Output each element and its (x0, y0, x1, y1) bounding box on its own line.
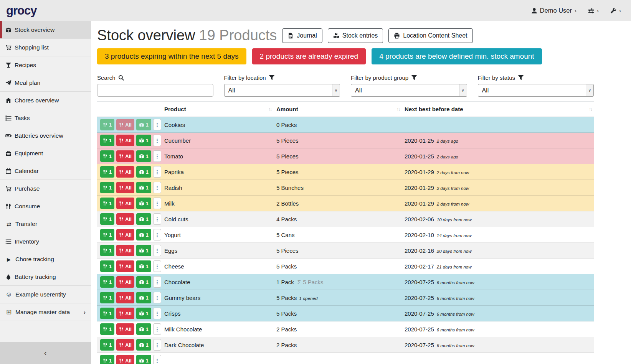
consume-one-button[interactable]: 1 (100, 276, 114, 288)
table-row[interactable]: 1 All 1 ⋮ Milk 2 Bottles 2020-01-292 day… (97, 196, 594, 211)
sidebar-item-manage-master-data[interactable]: ⊞ Manage master data › (0, 303, 91, 321)
sidebar-item-example-userentity[interactable]: ☺ Example userentity (0, 286, 91, 303)
consume-all-button[interactable]: All (116, 182, 134, 193)
row-menu-button[interactable]: ⋮ (153, 166, 161, 178)
row-menu-button[interactable]: ⋮ (153, 355, 161, 364)
sidebar-item-chores-overview[interactable]: Chores overview (0, 92, 91, 109)
open-product-button[interactable]: 1 (136, 182, 151, 193)
stock-entries-button[interactable]: Stock entries (328, 28, 383, 43)
table-row[interactable]: 1 All 1 ⋮ Tomato 5 Pieces 2020-01-252 da… (97, 148, 594, 164)
below-min-stock-alert[interactable]: 4 products are below defined min. stock … (372, 48, 542, 64)
location-content-sheet-button[interactable]: Location Content Sheet (388, 28, 472, 43)
sidebar-item-inventory[interactable]: Inventory (0, 233, 91, 250)
table-row[interactable]: 1 All 1 ⋮ Milk Chocolate 2 Packs 2020-07… (97, 321, 594, 337)
row-menu-button[interactable]: ⋮ (153, 119, 161, 130)
sidebar-item-transfer[interactable]: ⇄ Transfer (0, 215, 91, 233)
sidebar-item-shopping-list[interactable]: Shopping list (0, 39, 91, 56)
table-row[interactable]: 1 All 1 ⋮ Dark Chocolate 2 Packs 2020-07… (97, 337, 594, 353)
consume-one-button[interactable]: 1 (100, 150, 114, 162)
user-menu[interactable]: Demo User › (531, 7, 576, 14)
row-menu-button[interactable]: ⋮ (153, 308, 161, 319)
product-column-header[interactable]: Product↑↓ (161, 102, 273, 117)
row-menu-button[interactable]: ⋮ (153, 182, 161, 193)
open-product-button[interactable]: 1 (136, 119, 151, 130)
consume-one-button[interactable]: 1 (100, 245, 114, 256)
table-row[interactable]: 1 All 1 ⋮ Eggs 5 Pieces 2020-02-1620 day… (97, 243, 594, 259)
row-menu-button[interactable]: ⋮ (153, 339, 161, 351)
sidebar-item-calendar[interactable]: Calendar (0, 162, 91, 180)
table-row[interactable]: 1 All 1 ⋮ Crisps 5 Packs 2020-07-256 mon… (97, 306, 594, 321)
consume-all-button[interactable]: All (116, 150, 134, 162)
sidebar-collapse-button[interactable]: ‹ (0, 342, 91, 364)
sidebar-item-stock-overview[interactable]: Stock overview (0, 21, 91, 39)
location-select[interactable]: All ∨ (224, 84, 340, 97)
row-menu-button[interactable]: ⋮ (153, 213, 161, 225)
table-row[interactable]: 1 All 1 ⋮ Paprika 5 Pieces 2020-01-292 d… (97, 164, 594, 180)
expired-alert[interactable]: 2 products are already expired (252, 48, 366, 64)
app-logo[interactable]: grocy (6, 4, 36, 18)
date-column-header[interactable]: Next best before date↑↓ (401, 102, 594, 117)
sidebar-item-recipes[interactable]: Recipes (0, 56, 91, 74)
consume-one-button[interactable]: 1 (100, 135, 114, 146)
open-product-button[interactable]: 1 (136, 260, 151, 272)
sidebar-item-consume[interactable]: Consume (0, 198, 91, 215)
sidebar-item-chore-tracking[interactable]: ▶ Chore tracking (0, 250, 91, 268)
open-product-button[interactable]: 1 (136, 198, 151, 209)
consume-all-button[interactable]: All (116, 213, 134, 225)
open-product-button[interactable]: 1 (136, 135, 151, 146)
sidebar-item-equipment[interactable]: Equipment (0, 145, 91, 162)
open-product-button[interactable]: 1 (136, 166, 151, 178)
consume-one-button[interactable]: 1 (100, 198, 114, 209)
consume-all-button[interactable]: All (116, 276, 134, 288)
table-row[interactable]: 1 All 1 ⋮ Yogurt 5 Cans 2020-02-1014 day… (97, 227, 594, 243)
open-product-button[interactable]: 1 (136, 292, 151, 303)
consume-one-button[interactable]: 1 (100, 119, 114, 130)
consume-all-button[interactable]: All (116, 323, 134, 335)
table-row[interactable]: 1 All 1 ⋮ Cucumber 5 Pieces 2020-01-252 … (97, 133, 594, 148)
admin-menu[interactable]: › (610, 7, 621, 14)
consume-all-button[interactable]: All (116, 260, 134, 272)
open-product-button[interactable]: 1 (136, 150, 151, 162)
open-product-button[interactable]: 1 (136, 213, 151, 225)
row-menu-button[interactable]: ⋮ (153, 245, 161, 256)
table-row[interactable]: 1 All 1 ⋮ Chocolate 1 PackΣ5 Packs 2020-… (97, 274, 594, 290)
consume-one-button[interactable]: 1 (100, 213, 114, 225)
consume-one-button[interactable]: 1 (100, 339, 114, 351)
journal-button[interactable]: Journal (282, 28, 322, 43)
consume-one-button[interactable]: 1 (100, 308, 114, 319)
status-select[interactable]: All ∨ (478, 84, 594, 97)
consume-all-button[interactable]: All (116, 198, 134, 209)
consume-all-button[interactable]: All (116, 292, 134, 303)
consume-one-button[interactable]: 1 (100, 292, 114, 303)
sidebar-item-batteries-overview[interactable]: Batteries overview (0, 127, 91, 145)
open-product-button[interactable]: 1 (136, 308, 151, 319)
search-input[interactable] (97, 84, 213, 97)
table-row[interactable]: 1 All 1 ⋮ Radish 5 Bunches 2020-01-292 d… (97, 180, 594, 196)
table-row[interactable]: 1 All 1 ⋮ Cookies 0 Packs (97, 117, 594, 133)
settings-menu[interactable]: › (588, 7, 599, 14)
consume-one-button[interactable]: 1 (100, 182, 114, 193)
table-row[interactable]: 1 All 1 ⋮ (97, 353, 594, 364)
row-menu-button[interactable]: ⋮ (153, 276, 161, 288)
consume-all-button[interactable]: All (116, 339, 134, 351)
open-product-button[interactable]: 1 (136, 339, 151, 351)
table-row[interactable]: 1 All 1 ⋮ Gummy bears 5 Packs1 opened 20… (97, 290, 594, 306)
open-product-button[interactable]: 1 (136, 276, 151, 288)
open-product-button[interactable]: 1 (136, 229, 151, 240)
row-menu-button[interactable]: ⋮ (153, 150, 161, 162)
table-row[interactable]: 1 All 1 ⋮ Cold cuts 4 Packs 2020-02-0610… (97, 211, 594, 227)
consume-one-button[interactable]: 1 (100, 166, 114, 178)
consume-all-button[interactable]: All (116, 119, 134, 130)
row-menu-button[interactable]: ⋮ (153, 292, 161, 303)
amount-column-header[interactable]: Amount↑↓ (273, 102, 401, 117)
sidebar-item-purchase[interactable]: Purchase (0, 180, 91, 198)
open-product-button[interactable]: 1 (136, 323, 151, 335)
consume-all-button[interactable]: All (116, 245, 134, 256)
row-menu-button[interactable]: ⋮ (153, 198, 161, 209)
consume-one-button[interactable]: 1 (100, 229, 114, 240)
product-group-select[interactable]: All ∨ (351, 84, 467, 97)
consume-all-button[interactable]: All (116, 308, 134, 319)
consume-one-button[interactable]: 1 (100, 355, 114, 364)
row-menu-button[interactable]: ⋮ (153, 260, 161, 272)
row-menu-button[interactable]: ⋮ (153, 135, 161, 146)
